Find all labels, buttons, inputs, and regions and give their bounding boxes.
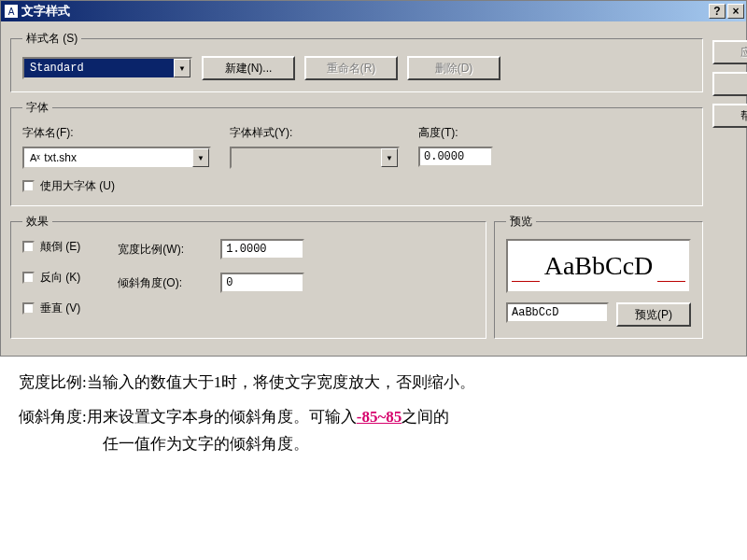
app-icon: A (5, 5, 18, 18)
preview-button[interactable]: 预览(P) (616, 302, 691, 327)
close-button[interactable]: × (727, 4, 744, 19)
style-name-select[interactable]: Standard ▼ (22, 57, 192, 79)
oblique-label: 倾斜角度(O): (118, 275, 211, 291)
range-highlight: -85~85 (357, 408, 402, 426)
upside-down-checkbox[interactable] (22, 241, 35, 253)
style-name-legend: 样式名 (S) (22, 31, 81, 47)
width-factor-input[interactable] (220, 239, 304, 259)
vertical-checkbox[interactable] (22, 302, 35, 315)
chevron-down-icon: ▼ (174, 59, 190, 77)
preview-group: 预览 AaBbCcD 预览(P) (494, 214, 703, 339)
anno-width-label: 宽度比例: (19, 370, 87, 397)
font-style-select[interactable]: ▼ (230, 147, 400, 169)
oblique-input[interactable] (220, 273, 304, 293)
backwards-row[interactable]: 反向 (K) (22, 270, 80, 286)
rename-button: 重命名(R) (304, 56, 398, 80)
chevron-down-icon: ▼ (192, 148, 209, 167)
preview-legend: 预览 (506, 214, 536, 230)
width-factor-label: 宽度比例(W): (118, 242, 211, 258)
preview-sample: AaBbCcD (544, 251, 654, 281)
height-input[interactable] (418, 147, 493, 167)
chevron-down-icon: ▼ (381, 148, 398, 167)
delete-button: 删除(D) (407, 56, 500, 80)
anno-width-text: 当输入的数值大于1时，将使文字宽度放大，否则缩小。 (87, 370, 728, 397)
effects-group: 效果 颠倒 (E) 反向 (K) (10, 214, 486, 339)
help-button[interactable]: ? (709, 4, 726, 19)
font-name-select[interactable]: Aᵡ txt.shx ▼ (22, 147, 211, 169)
font-group: 字体 字体名(F): Aᵡ txt.shx ▼ (10, 100, 703, 206)
help-button[interactable]: 帮助(H) (712, 104, 747, 128)
backwards-checkbox[interactable] (22, 272, 35, 284)
vertical-row[interactable]: 垂直 (V) (22, 301, 80, 316)
annotations: 宽度比例: 当输入的数值大于1时，将使文字宽度放大，否则缩小。 倾斜角度: 用来… (0, 357, 747, 468)
font-type-icon: Aᵡ (30, 152, 40, 164)
font-style-label: 字体样式(Y): (230, 125, 400, 141)
cancel-button[interactable]: 取消 (712, 72, 747, 96)
style-name-group: 样式名 (S) Standard ▼ 新建(N)... 重命名(R) 删除(D) (10, 31, 703, 92)
upside-down-row[interactable]: 颠倒 (E) (22, 239, 80, 255)
big-font-label: 使用大字体 (U) (40, 178, 115, 194)
big-font-checkbox[interactable] (22, 180, 35, 192)
window-title: 文字样式 (21, 3, 70, 20)
font-name-label: 字体名(F): (22, 125, 211, 141)
anno-oblique-label: 倾斜角度: (19, 404, 87, 431)
big-font-checkbox-row[interactable]: 使用大字体 (U) (22, 178, 691, 194)
titlebar: A 文字样式 ? × (1, 1, 746, 21)
text-style-dialog: A 文字样式 ? × 样式名 (S) Standard ▼ 新建(N)... (0, 0, 747, 357)
preview-box: AaBbCcD (506, 239, 691, 293)
font-legend: 字体 (22, 100, 52, 116)
effects-legend: 效果 (22, 214, 52, 230)
preview-input[interactable] (506, 302, 609, 323)
height-label: 高度(T): (418, 125, 493, 141)
new-button[interactable]: 新建(N)... (202, 56, 295, 80)
apply-button: 应用(A) (712, 40, 747, 64)
